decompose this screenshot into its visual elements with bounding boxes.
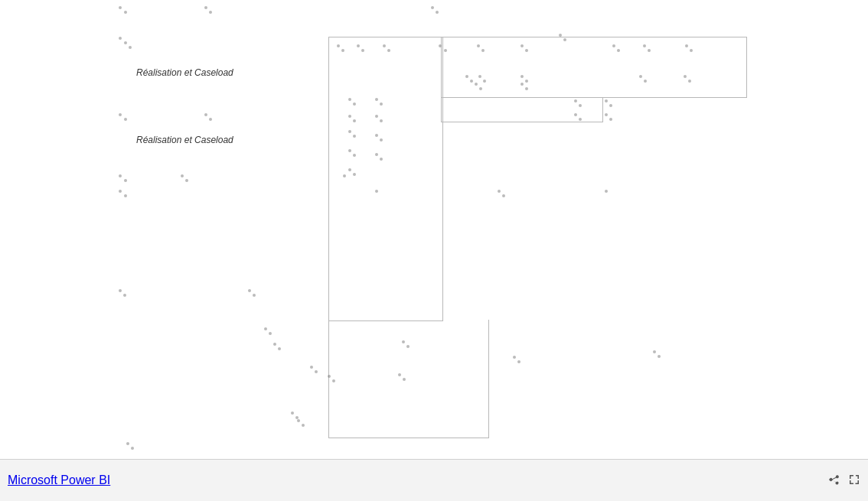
data-dot [131,447,134,450]
data-dot [475,83,478,86]
data-dot [617,49,620,52]
data-dot [375,98,378,101]
data-dot [574,113,577,116]
data-dot [563,38,566,41]
data-dot [124,194,127,197]
data-dot [264,327,267,330]
data-dot [387,49,390,52]
data-dot [337,44,340,47]
data-dot [439,44,442,47]
data-dot [465,75,468,78]
data-dot [648,49,651,52]
data-dot [644,80,647,83]
data-dot [328,375,331,378]
data-dot [124,179,127,182]
data-dot [684,75,687,78]
data-dot [525,49,528,52]
data-dot [483,80,486,83]
data-dot [269,332,272,335]
data-dot [398,373,401,376]
powerbi-link[interactable]: Microsoft Power BI [8,473,110,487]
data-dot [119,37,122,40]
share-button[interactable] [828,473,840,488]
data-dot [375,190,378,193]
data-dot [605,99,608,102]
data-dot [375,115,378,118]
data-dot [406,345,410,348]
data-dot [653,350,656,353]
data-dot [380,138,383,142]
data-dot [348,149,351,152]
data-dot [375,134,378,137]
data-dot [520,75,524,78]
data-dot [123,294,126,297]
data-dot [498,190,501,193]
chart-frame-mid-bottom [328,320,489,438]
data-dot [341,49,344,52]
data-dot [129,46,132,49]
data-dot [579,104,582,107]
data-dot [353,102,356,106]
data-dot [478,75,481,78]
data-dot [525,87,528,90]
data-dot [119,174,122,177]
data-dot [375,153,378,156]
data-dot [559,34,562,37]
data-dot [357,44,360,47]
data-dot [444,49,447,52]
expand-button[interactable] [848,473,860,488]
data-dot [479,87,482,90]
data-dot [343,174,346,177]
data-dot [253,294,256,297]
data-dot [204,6,207,9]
data-dot [658,355,661,358]
data-dot [302,424,305,427]
data-dot [403,378,406,381]
data-dot [525,80,528,83]
realisation-label-2: Réalisation et Caseload [136,135,233,145]
data-dot [119,113,122,116]
data-dot [209,118,212,121]
data-dot [517,360,520,363]
data-dot [348,98,351,101]
data-dot [332,379,335,382]
data-dot [119,289,122,292]
data-dot [685,44,688,47]
data-dot [297,419,300,422]
data-dot [609,104,612,107]
data-dot [402,340,405,343]
data-dot [119,6,122,9]
data-dot [481,49,485,52]
data-dot [348,130,351,133]
data-dot [380,158,383,161]
data-dot [353,135,356,138]
data-dot [579,118,582,121]
data-dot [273,343,276,346]
data-dot [609,118,612,121]
data-dot [605,190,608,193]
data-dot [612,44,615,47]
data-dot [520,44,524,47]
data-dot [605,113,608,116]
data-dot [126,442,129,445]
data-dot [431,6,434,9]
data-dot [513,356,516,359]
data-dot [204,113,207,116]
data-dot [278,347,281,350]
data-dot [574,99,577,102]
data-dot [380,102,383,106]
data-dot [690,49,693,52]
data-dot [124,41,127,44]
chart-frame-top-right [441,37,747,98]
data-dot [477,44,480,47]
status-bar: Microsoft Power BI [0,459,868,501]
data-dot [291,412,294,415]
chart-frame-mid-left [328,37,443,321]
data-dot [348,115,351,118]
data-dot [688,80,691,83]
data-dot [353,154,356,157]
data-dot [639,75,642,78]
realisation-label-1: Réalisation et Caseload [136,67,233,78]
data-dot [470,80,473,83]
main-canvas: Réalisation et Caseload Réalisation et C… [0,0,868,459]
